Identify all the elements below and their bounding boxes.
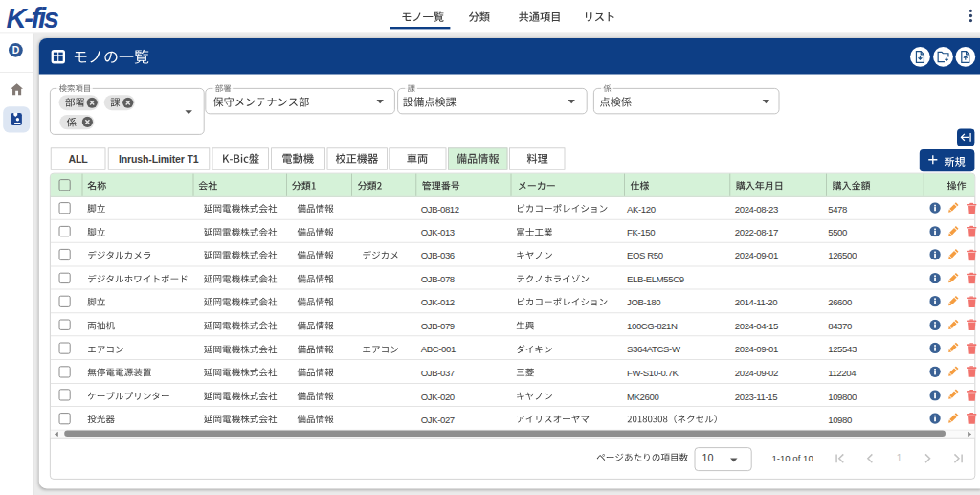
svg-text:D: D [11,45,19,56]
